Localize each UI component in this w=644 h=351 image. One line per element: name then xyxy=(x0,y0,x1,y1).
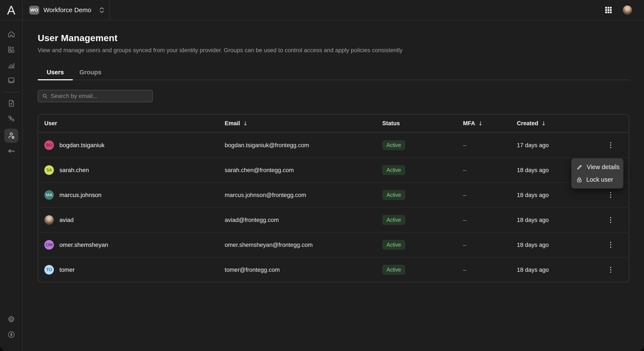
pencil-icon xyxy=(576,164,582,170)
user-name: marcus.johnson xyxy=(60,192,102,198)
flows-icon xyxy=(8,115,15,122)
unfold-chevrons-icon xyxy=(100,7,104,13)
created-value: 18 days ago xyxy=(517,216,606,224)
mfa-value: – xyxy=(463,242,517,248)
home-icon xyxy=(8,30,15,38)
tenant-switcher[interactable]: WO Workforce Demo xyxy=(23,0,110,20)
user-email: omer.shemsheyan@frontegg.com xyxy=(225,242,382,248)
tab-groups[interactable]: Groups xyxy=(73,65,108,80)
tab-bar: Users Groups xyxy=(38,65,629,80)
created-value: 18 days ago xyxy=(517,266,606,273)
table-row: MA marcus.johnson marcus.johnson@fronteg… xyxy=(38,182,629,207)
topbar-spacer xyxy=(110,0,605,20)
user-settings-icon xyxy=(7,132,15,140)
user-email: marcus.johnson@frontegg.com xyxy=(225,192,382,198)
row-actions-button[interactable] xyxy=(606,240,616,250)
app-logo[interactable]: A xyxy=(0,0,23,20)
user-name: tomer xyxy=(60,266,75,273)
created-value: 17 days ago xyxy=(517,142,606,149)
tenant-badge: WO xyxy=(29,6,39,14)
user-name: sarah.chen xyxy=(60,167,89,174)
avatar: SA xyxy=(44,165,54,175)
sidebar-item-analytics[interactable] xyxy=(6,60,16,70)
user-email: sarah.chen@frontegg.com xyxy=(225,167,382,174)
col-header-user: User xyxy=(44,120,225,127)
sidebar-item-flows[interactable] xyxy=(6,113,16,124)
apps-add-icon xyxy=(8,46,15,54)
file-add-icon xyxy=(8,100,15,107)
tenant-name: Workforce Demo xyxy=(44,6,91,14)
sort-desc-icon[interactable]: ↓ xyxy=(243,120,248,127)
sidebar-item-home[interactable] xyxy=(6,29,16,40)
table-row: OM omer.shemsheyan omer.shemsheyan@front… xyxy=(38,232,629,257)
user-name: omer.shemsheyan xyxy=(60,242,108,248)
sidebar-item-settings[interactable] xyxy=(6,314,16,324)
mfa-value: – xyxy=(463,142,517,149)
table-row: aviad aviad@frontegg.com Active – 18 day… xyxy=(38,207,629,232)
table-header-row: User Email↓ Status MFA↓ Created↓ xyxy=(38,114,629,132)
avatar: TO xyxy=(44,265,54,274)
users-table: User Email↓ Status MFA↓ Created↓ BO bogd… xyxy=(38,114,629,282)
search-icon xyxy=(42,93,48,99)
apps-grid-icon[interactable] xyxy=(605,7,612,13)
search-input[interactable] xyxy=(51,93,148,100)
mfa-value: – xyxy=(463,192,517,198)
main-content: User Management View and manage users an… xyxy=(23,21,644,351)
col-header-created: Created↓ xyxy=(517,120,606,127)
mfa-value: – xyxy=(463,266,517,273)
lock-icon xyxy=(576,177,582,183)
row-actions-button[interactable] xyxy=(606,265,616,275)
user-email: tomer@frontegg.com xyxy=(225,266,382,273)
table-row: TO tomer tomer@frontegg.com Active – 18 … xyxy=(38,257,629,282)
user-name: aviad xyxy=(60,216,74,224)
status-badge: Active xyxy=(382,215,405,225)
mfa-value: – xyxy=(463,216,517,224)
menu-item-view-details[interactable]: View details xyxy=(572,161,623,173)
user-email: aviad@frontegg.com xyxy=(225,216,382,224)
user-name: bogdan.tsiganiuk xyxy=(60,142,104,149)
avatar: OM xyxy=(44,240,54,250)
status-badge: Active xyxy=(382,190,405,200)
row-actions-button[interactable] xyxy=(606,215,616,225)
search-box xyxy=(38,90,153,102)
sort-desc-icon[interactable]: ↓ xyxy=(541,120,546,127)
sidebar-item-provisioning[interactable] xyxy=(6,98,16,108)
status-badge: Active xyxy=(382,165,405,175)
bar-chart-icon xyxy=(8,61,15,69)
row-context-menu: View details Lock user xyxy=(572,158,623,188)
table-row: BO bogdan.tsiganiuk bogdan.tsiganiuk@fro… xyxy=(38,132,629,158)
app-shell: A WO Workforce Demo xyxy=(0,0,644,351)
sidebar-item-inbox[interactable] xyxy=(6,75,16,86)
user-email: bogdan.tsiganiuk@frontegg.com xyxy=(225,142,382,149)
col-header-email: Email↓ xyxy=(225,120,382,127)
row-actions-button[interactable] xyxy=(606,190,616,200)
row-actions-button[interactable] xyxy=(606,140,616,150)
created-value: 18 days ago xyxy=(517,192,606,198)
sidebar-item-applications[interactable] xyxy=(6,44,16,55)
menu-item-lock-user[interactable]: Lock user xyxy=(572,173,623,186)
sort-desc-icon[interactable]: ↓ xyxy=(478,120,483,127)
page-title: User Management xyxy=(38,33,629,43)
logo-letter: A xyxy=(7,3,15,17)
topbar-actions xyxy=(605,0,644,20)
sidebar xyxy=(0,21,23,351)
status-badge: Active xyxy=(382,140,405,150)
created-value: 18 days ago xyxy=(517,242,606,248)
avatar: MA xyxy=(44,190,54,200)
status-badge: Active xyxy=(382,265,405,275)
mfa-value: – xyxy=(463,167,517,174)
key-icon xyxy=(8,147,15,155)
sidebar-item-api-keys[interactable] xyxy=(6,146,16,156)
status-badge: Active xyxy=(382,240,405,250)
inbox-icon xyxy=(8,76,15,84)
sidebar-item-power[interactable] xyxy=(6,329,16,340)
avatar-photo xyxy=(44,215,54,225)
lightning-circle-icon xyxy=(8,331,15,338)
sidebar-item-user-management[interactable] xyxy=(4,129,18,143)
col-header-mfa: MFA↓ xyxy=(463,120,517,127)
user-avatar[interactable] xyxy=(623,5,632,15)
sidebar-divider xyxy=(3,92,20,92)
tab-users[interactable]: Users xyxy=(38,65,73,80)
page-subtitle: View and manage users and groups synced … xyxy=(38,47,629,54)
col-header-status: Status xyxy=(382,120,463,127)
